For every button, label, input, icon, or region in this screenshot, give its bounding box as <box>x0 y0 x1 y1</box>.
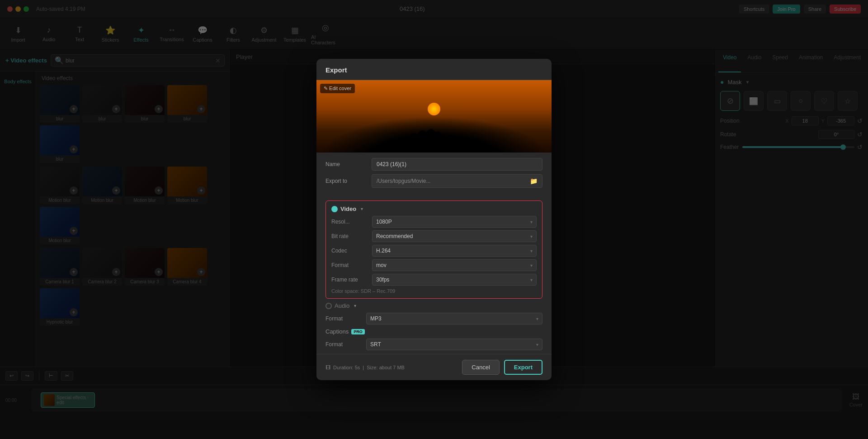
footer-separator: | <box>363 365 364 370</box>
audio-section-arrow[interactable]: ▾ <box>354 303 356 308</box>
name-input[interactable] <box>372 158 542 171</box>
bitrate-value: Recommended <box>376 233 413 239</box>
name-label: Name <box>326 161 366 167</box>
cancel-button[interactable]: Cancel <box>462 360 499 375</box>
bitrate-arrow-icon: ▾ <box>530 234 533 239</box>
modal-title: Export <box>326 66 347 74</box>
codec-select[interactable]: H.264 ▾ <box>372 245 537 257</box>
audio-format-select[interactable]: MP3 ▾ <box>366 313 542 324</box>
size-text: Size: about 7 MB <box>367 365 405 370</box>
modal-header: Export <box>316 59 552 80</box>
export-to-label: Export to <box>326 178 366 184</box>
resolution-label: Resol... <box>331 219 372 225</box>
framerate-row: Frame rate 30fps ▾ <box>331 274 537 286</box>
captions-label: Captions <box>326 328 349 335</box>
video-enabled-toggle[interactable] <box>331 206 338 212</box>
folder-icon[interactable]: 📁 <box>530 177 538 185</box>
preview-silhouette-svg <box>401 116 456 143</box>
codec-row: Codec H.264 ▾ <box>331 245 537 257</box>
footer-info: 🎞 Duration: 5s | Size: about 7 MB <box>326 365 405 370</box>
format-select[interactable]: mov ▾ <box>372 259 537 271</box>
bitrate-label: Bit rate <box>331 233 372 239</box>
format-row: Format mov ▾ <box>331 259 537 271</box>
name-row: Name <box>326 158 542 171</box>
resolution-select[interactable]: 1080P ▾ <box>372 216 537 228</box>
captions-header: Captions PRO <box>326 328 542 335</box>
audio-toggle: Audio ▾ <box>326 302 542 309</box>
film-icon: 🎞 <box>326 365 330 370</box>
modal-footer: 🎞 Duration: 5s | Size: about 7 MB Cancel… <box>316 354 552 380</box>
export-to-row: Export to /Users/topgus/Movie... 📁 <box>326 174 542 188</box>
audio-format-arrow-icon: ▾ <box>536 316 538 321</box>
bitrate-row: Bit rate Recommended ▾ <box>331 230 537 242</box>
audio-section-label: Audio <box>335 302 349 309</box>
video-section-label: Video <box>340 205 356 212</box>
modal-overlay: Export ✎ Edit cover Name <box>0 0 868 439</box>
captions-format-label: Format <box>326 341 366 348</box>
modal-form: Name Export to /Users/topgus/Movie... 📁 <box>316 153 552 197</box>
export-modal: Export ✎ Edit cover Name <box>316 59 552 380</box>
duration-text: Duration: 5s <box>333 365 360 370</box>
edit-cover-button[interactable]: ✎ Edit cover <box>320 84 355 93</box>
modal-body: ✎ Edit cover Name Export to /Users/topgu… <box>316 80 552 350</box>
export-button[interactable]: Export <box>504 360 542 375</box>
framerate-value: 30fps <box>376 277 389 283</box>
framerate-label: Frame rate <box>331 277 372 283</box>
resolution-arrow-icon: ▾ <box>530 220 533 224</box>
export-path-text: /Users/topgus/Movie... <box>377 178 430 184</box>
color-space-text: Color space: SDR – Rec.709 <box>331 288 537 294</box>
audio-format-value: MP3 <box>370 315 382 322</box>
format-value: mov <box>376 262 387 268</box>
format-label: Format <box>331 262 372 268</box>
framerate-select[interactable]: 30fps ▾ <box>372 274 537 286</box>
modal-preview: ✎ Edit cover <box>316 80 552 153</box>
codec-arrow-icon: ▾ <box>530 248 533 253</box>
format-arrow-icon: ▾ <box>530 263 533 268</box>
video-section-arrow[interactable]: ▾ <box>361 206 363 211</box>
export-path: /Users/topgus/Movie... 📁 <box>372 174 542 188</box>
audio-enabled-toggle[interactable] <box>326 303 332 309</box>
captions-format-row: Format SRT ▾ <box>326 339 542 350</box>
footer-actions: Cancel Export <box>462 360 542 375</box>
framerate-arrow-icon: ▾ <box>530 277 533 282</box>
resolution-row: Resol... 1080P ▾ <box>331 216 537 228</box>
bitrate-select[interactable]: Recommended ▾ <box>372 230 537 242</box>
codec-value: H.264 <box>376 248 391 254</box>
captions-format-select[interactable]: SRT ▾ <box>366 339 542 350</box>
resolution-value: 1080P <box>376 219 392 225</box>
video-toggle: Video ▾ <box>331 205 537 212</box>
preview-sun <box>428 103 440 115</box>
codec-label: Codec <box>331 248 372 254</box>
audio-section: Audio ▾ Format MP3 ▾ <box>326 302 542 324</box>
pro-badge: PRO <box>351 329 365 334</box>
video-section: Video ▾ Resol... 1080P ▾ Bit rate Recomm… <box>326 200 542 299</box>
captions-format-value: SRT <box>370 341 381 348</box>
captions-section: Captions PRO Format SRT ▾ <box>326 328 542 350</box>
audio-format-label: Format <box>326 315 366 322</box>
captions-format-arrow-icon: ▾ <box>536 342 538 347</box>
audio-format-row: Format MP3 ▾ <box>326 313 542 324</box>
